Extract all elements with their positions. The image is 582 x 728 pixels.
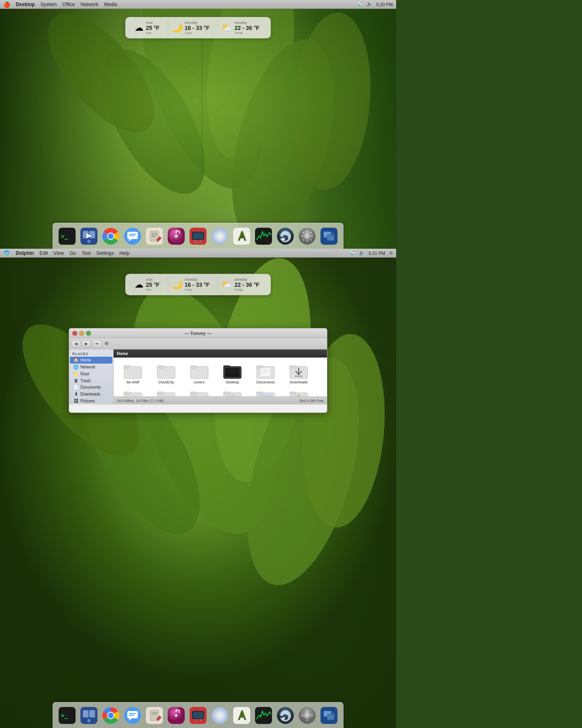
menu-dolphin[interactable]: Dolphin (16, 250, 34, 256)
weather-today: ☁ now 25 °F Fair (131, 20, 163, 36)
file-cloudcity[interactable]: CloudCity (150, 361, 182, 386)
svg-rect-95 (124, 392, 131, 394)
cloudcity-label: CloudCity (158, 380, 174, 385)
weather-today-temp: 25 °F (146, 25, 160, 31)
fm-up-button[interactable]: ⏮ (93, 340, 101, 347)
file-public[interactable]: ! Public (283, 387, 315, 396)
svg-text:>_: >_ (61, 712, 68, 719)
menu-view[interactable]: View (53, 250, 64, 256)
menu-go[interactable]: Go (70, 250, 76, 256)
fm-view-button[interactable]: 👁 (103, 340, 110, 347)
weather-tuesday-condition: Partly (234, 31, 242, 35)
weather-tuesday-label: Tuesday (234, 21, 247, 25)
svg-point-131 (175, 714, 177, 717)
dock-graphics[interactable] (145, 226, 164, 246)
menu-media[interactable]: Media (104, 2, 118, 7)
file-music[interactable]: Music (216, 387, 249, 396)
fm-network-label: Network (80, 365, 95, 369)
dock-activity[interactable] (254, 226, 273, 246)
file-desktop[interactable]: Desktop (216, 361, 249, 386)
file-downloads[interactable]: Downloads (283, 361, 315, 386)
fm-documents-label: Documents (80, 385, 101, 389)
weather2-tuesday-icon: ⛅ (221, 280, 232, 289)
menu-edit[interactable]: Edit (40, 250, 48, 256)
svg-rect-62 (306, 240, 308, 242)
menu-office[interactable]: Office (62, 2, 75, 7)
menu-network[interactable]: Network (80, 2, 98, 7)
dock-steam[interactable] (276, 226, 295, 246)
fm-sidebar-trash[interactable]: 🗑 Trash (70, 377, 112, 384)
svg-rect-110 (290, 392, 296, 394)
fm-sidebar-pictures[interactable]: 🖼 Pictures (70, 398, 112, 404)
dock-tvtime[interactable] (188, 226, 208, 246)
dock-chrome[interactable] (101, 226, 120, 246)
fm-sidebar-documents[interactable]: 📄 Documents (70, 384, 112, 391)
fm-status-left: 18 Folders, 10 Files (7.1 KiB) (117, 399, 164, 403)
fm-toolbar: ◀ ▶ ⏮ 👁 (69, 338, 327, 349)
weather2-monday-temp: 16 - 33 °F (185, 281, 210, 288)
menu-desktop[interactable]: Desktop (16, 2, 35, 7)
dock-messages[interactable] (123, 226, 142, 246)
dock-b-virtualbox[interactable] (319, 706, 339, 725)
svg-rect-106 (257, 392, 263, 394)
dock-b-itunes[interactable] (167, 706, 186, 725)
bottom-desktop-section: 🐬 Dolphin Edit View Go Tool Settings Hel… (0, 249, 396, 728)
dock-b-messages[interactable] (123, 706, 142, 725)
dock-b-migration[interactable] (79, 706, 99, 725)
svg-rect-76 (124, 366, 131, 368)
file-documents[interactable]: Documents (249, 361, 282, 386)
dock-migration[interactable] (79, 226, 99, 246)
dock-b-steam[interactable] (276, 706, 295, 725)
menu-help[interactable]: Help (120, 250, 130, 256)
file-be-shell[interactable]: be-shell (117, 361, 149, 386)
fm-sidebar-home[interactable]: 🏠 Home (70, 357, 112, 364)
weather2-tuesday-label: Tuesday (234, 277, 247, 281)
dock-cdplayer[interactable] (210, 226, 230, 246)
fm-close-button[interactable] (72, 331, 77, 336)
network-indicator: 📡 (357, 2, 363, 7)
weather-tuesday-temp: 22 - 36 °F (234, 25, 259, 31)
dock-b-graphics[interactable] (145, 706, 164, 725)
weather2-tuesday: ⛅ Tuesday 22 - 36 °F Partly (217, 277, 263, 292)
fm-back-button[interactable]: ◀ (72, 340, 80, 347)
dock-b-activity[interactable] (254, 706, 273, 725)
dock-b-sysprefs[interactable] (297, 706, 317, 725)
menu-system[interactable]: System (40, 2, 57, 7)
dock-virtualbox[interactable] (319, 226, 339, 246)
dock-b-chrome[interactable] (101, 706, 120, 725)
dock-b-tvtime[interactable] (188, 706, 208, 725)
file-keypass[interactable]: keypass (150, 387, 182, 396)
dolphin-menubar-right: 📡 🔊 5:21 PM ⊙ (349, 250, 393, 256)
file-coverz[interactable]: coverz (183, 361, 215, 386)
fm-forward-button[interactable]: ▶ (82, 340, 91, 347)
file-kmymoney[interactable]: KMyMoney Backup (183, 387, 215, 396)
dock-b-terminal[interactable]: >_ (57, 706, 77, 725)
fm-sidebar: Places 🏠 Home 🌐 Network 📁 Root 🗑 Trash (69, 349, 114, 404)
svg-rect-22 (89, 231, 95, 238)
file-iso[interactable]: iso (117, 387, 149, 396)
menu-settings[interactable]: Settings (96, 250, 114, 256)
dock-sysprefs[interactable] (297, 226, 317, 246)
svg-point-121 (108, 713, 114, 718)
fm-current-folder-label: Home (117, 351, 128, 356)
dock-b-cdplayer[interactable] (210, 706, 230, 725)
weather-monday-label: Monday (185, 21, 198, 25)
menu-tool[interactable]: Tool (82, 250, 91, 256)
file-pictures[interactable]: Pictures (249, 387, 282, 396)
svg-rect-86 (257, 366, 263, 368)
fm-maximize-button[interactable] (86, 331, 91, 336)
fm-minimize-button[interactable] (79, 331, 84, 336)
dock-itunes[interactable] (167, 226, 186, 246)
fm-trash-label: Trash (80, 379, 91, 383)
kmymoney-folder-icon (190, 389, 209, 396)
fm-sidebar-root[interactable]: 📁 Root (70, 370, 112, 377)
dock-b-inkscape[interactable] (232, 706, 251, 725)
dock-terminal[interactable]: >_ (57, 226, 77, 246)
svg-point-27 (108, 233, 114, 239)
dock-inkscape[interactable] (232, 226, 251, 246)
fm-title-text: — Tommy — (185, 331, 211, 336)
fm-sidebar-downloads[interactable]: ⬇ Downloads (70, 391, 112, 398)
fm-sidebar-network[interactable]: 🌐 Network (70, 364, 112, 370)
fm-sidebar-music[interactable]: 🎵 Music (70, 404, 112, 404)
weather-widget-top: ☁ now 25 °F Fair 🌙 Monday 16 - 33 °F Cle… (125, 17, 271, 38)
